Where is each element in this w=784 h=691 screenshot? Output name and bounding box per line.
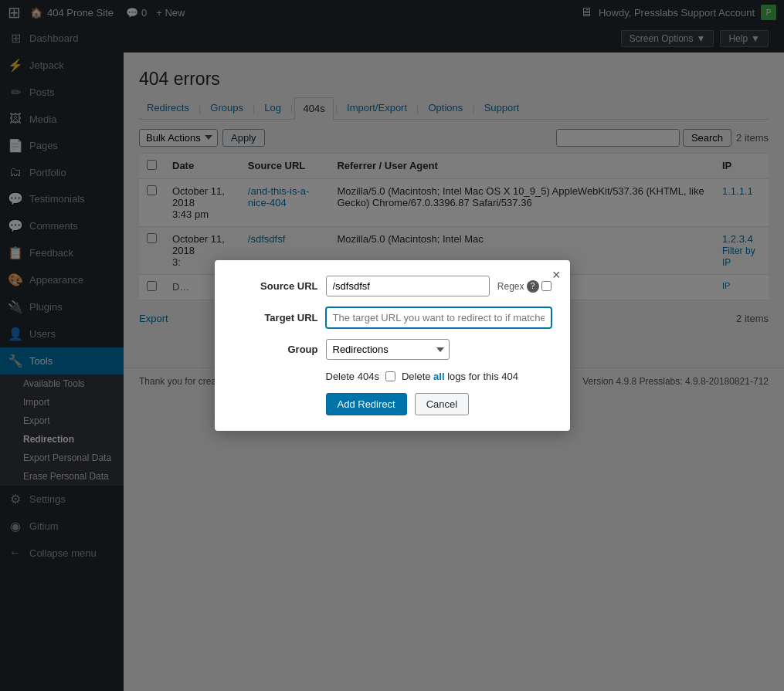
modal-close-button[interactable]: × [552,268,561,282]
modal-delete-label: Delete 404s [326,371,379,382]
add-redirect-modal: × Source URL Regex ? Target URL Group Re… [215,260,570,431]
regex-checkbox[interactable] [541,281,552,291]
modal-group-select[interactable]: Redirections [326,339,450,360]
modal-group-row: Group Redirections [233,339,552,360]
modal-target-url-row: Target URL [233,307,552,328]
regex-help-icon[interactable]: ? [527,280,539,293]
regex-label: Regex ? [497,280,552,293]
modal-group-label: Group [233,344,318,355]
modal-source-url-input[interactable] [326,276,490,296]
modal-delete-row: Delete 404s Delete all logs for this 404 [326,371,552,382]
modal-source-url-label: Source URL [233,280,318,292]
modal-delete-text: Delete all logs for this 404 [402,371,518,382]
modal-overlay[interactable]: × Source URL Regex ? Target URL Group Re… [0,0,784,691]
modal-source-url-row: Source URL Regex ? [233,276,552,296]
cancel-button[interactable]: Cancel [415,393,469,415]
add-redirect-button[interactable]: Add Redirect [326,393,407,415]
modal-target-url-input[interactable] [326,307,552,328]
modal-actions: Add Redirect Cancel [326,393,552,415]
modal-target-url-label: Target URL [233,312,318,323]
modal-delete-checkbox[interactable] [385,371,395,381]
